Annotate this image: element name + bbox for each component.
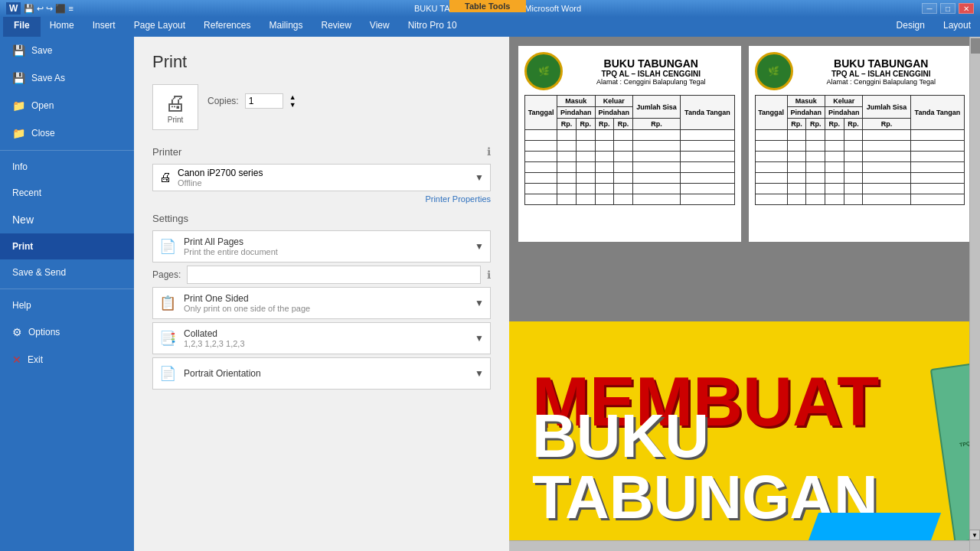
print-all-pages-text: Print All Pages Print the entire documen… xyxy=(184,236,484,256)
tab-references[interactable]: References xyxy=(194,17,260,37)
scrollbar-thumb[interactable] xyxy=(971,38,980,54)
th-pindahan-right: Pindahan xyxy=(787,107,825,119)
scroll-down-btn[interactable]: ▼ xyxy=(969,530,980,540)
tab-mailings[interactable]: Mailings xyxy=(260,17,312,37)
copies-stepper[interactable]: ▲▼ xyxy=(289,93,296,109)
pages-input[interactable] xyxy=(187,266,481,284)
sidebar-item-close[interactable]: 📁 Close xyxy=(0,119,134,147)
tab-review[interactable]: Review xyxy=(312,17,360,37)
document-preview: 🌿 BUKU TABUNGAN TPQ AL – ISLAH CENGGINI … xyxy=(509,37,980,551)
collated-sub: 1,2,3 1,2,3 1,2,3 xyxy=(184,339,484,348)
sidebar-item-info[interactable]: Info xyxy=(0,154,134,180)
orientation-selector[interactable]: 📄 Portrait Orientation ▼ xyxy=(152,357,491,390)
tab-file[interactable]: File xyxy=(3,17,41,37)
doc-subtitle-left: TPQ AL – ISLAH CENGGINI xyxy=(567,70,735,78)
table-row xyxy=(755,162,965,173)
portrait-main: Portrait Orientation xyxy=(184,368,484,379)
sidebar-item-exit[interactable]: ✕ Exit xyxy=(0,346,134,373)
print-all-pages-selector[interactable]: 📄 Print All Pages Print the entire docum… xyxy=(152,230,491,262)
options-label: Options xyxy=(28,327,60,337)
tab-home[interactable]: Home xyxy=(41,17,83,37)
sidebar-item-save[interactable]: 💾 Save xyxy=(0,37,134,64)
tab-layout[interactable]: Layout xyxy=(934,17,980,37)
savings-table-right: Tanggal Masuk Keluar Jumlah Sisa Tanda T… xyxy=(755,95,965,205)
print-button-area: 🖨 Print Copies: ▲▼ xyxy=(152,84,491,130)
th-tanggal-left: Tanggal xyxy=(525,96,557,130)
print-btn-label: Print xyxy=(168,116,184,124)
minimize-button[interactable]: ─ xyxy=(922,3,937,14)
print-one-sided-main: Print One Sided xyxy=(184,293,484,304)
sidebar-item-new[interactable]: New xyxy=(0,206,134,233)
sidebar-item-save-send[interactable]: Save & Send xyxy=(0,259,134,285)
printer-properties-link[interactable]: Printer Properties xyxy=(152,194,491,204)
doc-title-text-right: BUKU TABUNGAN xyxy=(798,57,965,70)
portrait-icon: 📄 xyxy=(159,365,178,382)
th-tanda-left: Tanda Tangan xyxy=(681,96,734,130)
th-jumlah-right: Jumlah Sisa xyxy=(863,96,910,119)
table-row xyxy=(525,162,735,173)
tab-page-layout[interactable]: Page Layout xyxy=(125,17,194,37)
sidebar-item-help[interactable]: Help xyxy=(0,292,134,318)
th-pindahan-keluar-left: Pindahan xyxy=(595,107,632,119)
tab-view[interactable]: View xyxy=(361,17,399,37)
printer-icon: 🖨 xyxy=(165,90,186,116)
tab-nitro[interactable]: Nitro Pro 10 xyxy=(399,17,466,37)
save-as-label: Save As xyxy=(31,73,65,83)
sidebar-divider2 xyxy=(0,289,134,289)
printer-label-text: Printer xyxy=(152,146,181,158)
print-one-sided-selector[interactable]: 📋 Print One Sided Only print on one side… xyxy=(152,287,491,319)
doc-header-right: 🌿 BUKU TABUNGAN TPQ AL – ISLAH CENGGINI … xyxy=(755,52,965,90)
collated-text: Collated 1,2,3 1,2,3 1,2,3 xyxy=(184,328,484,348)
print-button[interactable]: 🖨 Print xyxy=(152,84,198,130)
th-rp5-left: Rp. xyxy=(632,119,680,130)
one-sided-dropdown-arrow: ▼ xyxy=(475,298,484,308)
table-row xyxy=(755,130,965,141)
preview-page-right: 🌿 BUKU TABUNGAN TPQ AL – ISLAH CENGGINI … xyxy=(749,46,972,242)
portrait-dropdown-arrow: ▼ xyxy=(475,368,484,379)
maximize-button[interactable]: □ xyxy=(940,3,956,14)
options-icon: ⚙ xyxy=(12,326,22,338)
th-rp3-right: Rp. xyxy=(825,119,844,130)
preview-background: 🌿 BUKU TABUNGAN TPQ AL – ISLAH CENGGINI … xyxy=(509,37,980,551)
th-pindahan-left: Pindahan xyxy=(557,107,595,119)
doc-title-right: BUKU TABUNGAN TPQ AL – ISLAH CENGGINI Al… xyxy=(798,57,965,86)
table-row xyxy=(755,152,965,162)
copies-input[interactable] xyxy=(245,93,283,109)
th-keluar-right: Keluar xyxy=(825,96,863,107)
tab-insert[interactable]: Insert xyxy=(83,17,125,37)
print-copies-row: Copies: ▲▼ xyxy=(207,93,296,109)
table-row xyxy=(525,194,735,205)
open-icon: 📁 xyxy=(12,99,25,112)
scrollbar-horizontal[interactable] xyxy=(509,540,969,551)
title-bar-left: W 💾 ↩ ↪ ⬛ ≡ xyxy=(6,2,74,15)
scrollbar-vertical[interactable] xyxy=(969,37,980,551)
printer-name: Canon iP2700 series xyxy=(178,168,263,178)
collated-selector[interactable]: 📑 Collated 1,2,3 1,2,3 1,2,3 ▼ xyxy=(152,322,491,354)
sidebar-item-open[interactable]: 📁 Open xyxy=(0,92,134,119)
sidebar-item-save-as[interactable]: 💾 Save As xyxy=(0,64,134,92)
doc-address-right: Alamat : Cenggini Balapulang Tegal xyxy=(798,78,965,86)
th-rp3-left: Rp. xyxy=(595,119,614,130)
th-rp4-left: Rp. xyxy=(614,119,633,130)
print-panel: Print 🖨 Print Copies: ▲▼ Printer ℹ xyxy=(134,37,509,551)
tab-design[interactable]: Design xyxy=(887,17,934,37)
th-jumlah-left: Jumlah Sisa xyxy=(632,96,680,119)
sidebar-item-options[interactable]: ⚙ Options xyxy=(0,318,134,346)
table-row xyxy=(755,141,965,152)
sidebar-item-print[interactable]: Print xyxy=(0,233,134,259)
settings-label: Settings xyxy=(152,213,491,224)
close-doc-icon: 📁 xyxy=(12,127,25,139)
close-button[interactable]: ✕ xyxy=(959,3,974,14)
printer-selector[interactable]: 🖨 Canon iP2700 series Offline ▼ xyxy=(152,164,491,191)
logo-left: 🌿 xyxy=(524,52,563,90)
th-rp1-right: Rp. xyxy=(787,119,806,130)
promo-overlay: MEMBUAT BUKU TABUNGAN 🌿 BUKU TABUNGAN TP… xyxy=(509,321,980,551)
print-pages-dropdown-arrow: ▼ xyxy=(475,241,484,252)
pages-info-icon[interactable]: ℹ xyxy=(487,269,491,281)
sidebar-item-recent[interactable]: Recent xyxy=(0,180,134,206)
th-keluar-left: Keluar xyxy=(595,96,632,107)
quick-access-icons: 💾 ↩ ↪ ⬛ ≡ xyxy=(24,4,74,14)
close-label: Close xyxy=(31,128,55,139)
printer-info-icon[interactable]: ℹ xyxy=(487,145,491,158)
th-rp2-left: Rp. xyxy=(576,119,595,130)
